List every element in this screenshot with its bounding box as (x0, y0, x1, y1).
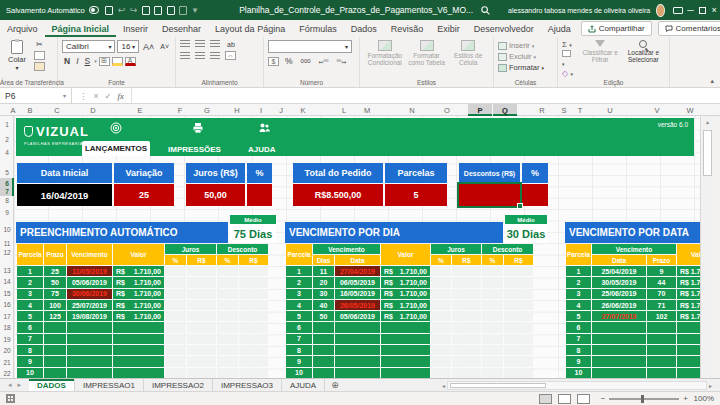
horizontal-scroll-thumb[interactable] (450, 383, 546, 388)
cell-parcela[interactable]: 9 (17, 356, 43, 366)
cell-juros-pct[interactable] (431, 345, 451, 355)
cell-valor[interactable] (677, 334, 700, 344)
cell-juros-pct[interactable] (431, 266, 451, 276)
cell-juros[interactable]: 50,00 (186, 184, 245, 206)
cell-prazo[interactable] (44, 334, 66, 344)
vertical-scroll-thumb[interactable] (703, 130, 712, 176)
zoom-slider[interactable] (609, 398, 679, 400)
cell-data-inicial[interactable]: 16/04/2019 (17, 184, 112, 206)
cell-dias[interactable] (313, 322, 334, 332)
cell-juros-pct[interactable] (165, 334, 186, 344)
row-header-18[interactable]: 18 (0, 322, 14, 332)
cell-parcela[interactable]: 1 (566, 266, 591, 276)
cell-valor[interactable]: R$1.710,00 (677, 289, 700, 299)
cell-valor[interactable] (113, 345, 164, 355)
cell-data[interactable] (592, 334, 646, 344)
cell-desconto-rs[interactable] (504, 322, 533, 332)
cell-data[interactable]: 27/07/2019 (592, 311, 646, 321)
cell-valor[interactable] (381, 345, 430, 355)
cell-vencimento[interactable] (67, 345, 112, 355)
clear-button[interactable]: ◇ ▾ (562, 69, 576, 78)
normal-view-icon[interactable] (539, 394, 552, 404)
cell-valor[interactable]: R$1.710,00 (113, 266, 164, 276)
bold-button[interactable]: N (62, 56, 72, 66)
restore-button[interactable] (696, 0, 708, 20)
cell-data[interactable] (592, 368, 646, 378)
cell-desconto-rs[interactable] (239, 368, 268, 378)
cell-valor[interactable] (381, 334, 430, 344)
cell-prazo[interactable]: 44 (647, 277, 676, 287)
cell-parcela[interactable]: 4 (566, 300, 591, 310)
number-format-select[interactable]: ▾ (268, 40, 352, 53)
cell-prazo[interactable] (647, 334, 676, 344)
horizontal-scrollbar[interactable]: ◂ ▸ (442, 381, 712, 390)
share-button[interactable]: Compartilhar (581, 21, 652, 36)
row-header-10[interactable]: 10 (0, 224, 14, 234)
column-header-U[interactable]: U (598, 104, 622, 116)
cell-valor[interactable]: R$1.710,00 (381, 311, 430, 321)
row-header-1[interactable]: 1 (0, 119, 14, 129)
tab-revisao[interactable]: Revisão (384, 20, 431, 37)
cell-desconto-pct[interactable] (217, 311, 238, 321)
cell-desconto-pct[interactable] (482, 289, 503, 299)
camera-icon[interactable] (179, 3, 187, 17)
cell-juros-rs[interactable] (187, 334, 216, 344)
cell-valor[interactable] (677, 345, 700, 355)
cell-juros-pct[interactable] (165, 277, 186, 287)
cell-valor[interactable] (113, 368, 164, 378)
column-header-J[interactable]: J (269, 104, 293, 116)
vertical-scrollbar[interactable]: ▴ (700, 116, 714, 378)
cell-juros-pct[interactable] (165, 345, 186, 355)
cell-juros-pct[interactable] (431, 311, 451, 321)
formula-input[interactable] (132, 88, 720, 103)
tab-formulas[interactable]: Fórmulas (292, 20, 344, 37)
cell-dias[interactable]: 50 (313, 311, 334, 321)
cell-dias[interactable] (313, 345, 334, 355)
fill-color-icon[interactable] (112, 57, 123, 66)
column-header-W[interactable]: W (678, 104, 702, 116)
cell-data[interactable] (592, 345, 646, 355)
cell-juros-rs[interactable] (187, 345, 216, 355)
avatar[interactable] (656, 4, 664, 17)
cell-parcela[interactable]: 7 (286, 334, 312, 344)
autosum-button[interactable]: Σ ▾ (562, 40, 576, 49)
enter-icon[interactable]: ✓ (104, 91, 111, 101)
cell-prazo[interactable]: 75 (44, 289, 66, 299)
cell-data[interactable]: 25/04/2019 (592, 266, 646, 276)
column-header-H[interactable]: H (225, 104, 249, 116)
row-header-13[interactable]: 13 (0, 265, 14, 275)
cell-valor[interactable]: R$1.710,00 (113, 289, 164, 299)
comments-button[interactable]: Comentários (658, 21, 720, 36)
page-break-view-icon[interactable] (577, 394, 590, 404)
cell-desconto-rs[interactable] (504, 266, 533, 276)
close-button[interactable]: × (708, 0, 720, 20)
cell-juros-pct[interactable] (431, 322, 451, 332)
font-color-icon[interactable]: A (125, 57, 136, 66)
cell-valor[interactable]: R$1.710,00 (677, 277, 700, 287)
cell-vencimento[interactable] (67, 322, 112, 332)
new-document-icon[interactable] (166, 3, 174, 17)
tab-desenvolvedor[interactable]: Desenvolvedor (467, 20, 541, 37)
cell-desconto-rs[interactable] (239, 334, 268, 344)
cell-juros-pct[interactable] (431, 334, 451, 344)
column-header-O[interactable]: O (435, 104, 459, 116)
format-painter-icon[interactable] (34, 62, 45, 71)
cell-desconto-pct[interactable] (482, 345, 503, 355)
orientation-icon[interactable]: ab (225, 41, 237, 48)
cell-parcela[interactable]: 2 (566, 277, 591, 287)
column-header-V[interactable]: V (645, 104, 669, 116)
sheet-tab-impressao1[interactable]: IMPRESSAO1 (75, 379, 144, 391)
name-box[interactable]: P6 ▾ (0, 88, 72, 103)
cell-juros-rs[interactable] (452, 311, 481, 321)
cell-desconto-pct[interactable] (217, 368, 238, 378)
cell-juros-rs[interactable] (452, 334, 481, 344)
cell-juros-rs[interactable] (187, 289, 216, 299)
currency-icon[interactable]: $ (268, 57, 279, 66)
decrease-decimal-icon[interactable]: ⁰⁰↣ (334, 58, 348, 65)
cell-desconto-rs[interactable] (239, 266, 268, 276)
row-header-19[interactable]: 19 (0, 334, 14, 344)
cell-data[interactable]: 05/06/2019 (335, 311, 380, 321)
cell-valor[interactable]: R$1.710,00 (677, 266, 700, 276)
cell-parcela[interactable]: 8 (286, 345, 312, 355)
cell-valor[interactable] (113, 322, 164, 332)
